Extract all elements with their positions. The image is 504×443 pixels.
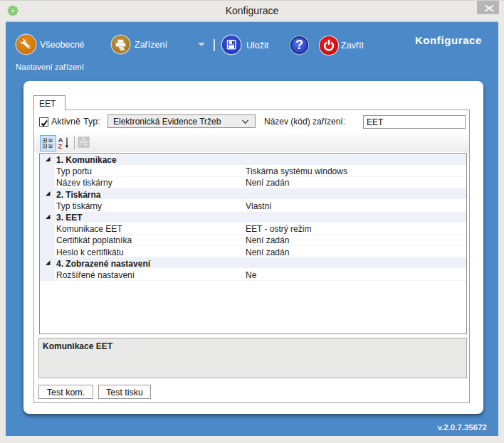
svg-text:Z: Z — [58, 142, 63, 150]
